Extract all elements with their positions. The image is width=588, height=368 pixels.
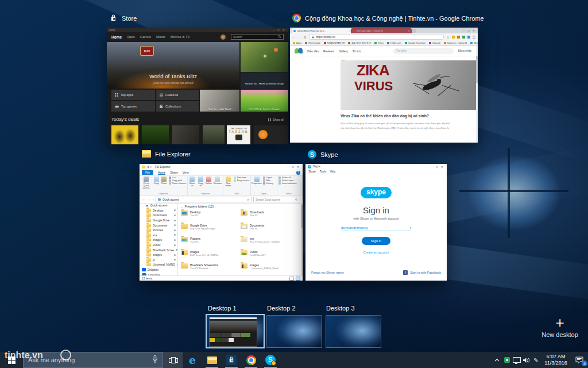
fe-tab-home[interactable]: Home [158, 171, 165, 175]
forward-icon[interactable]: → [147, 198, 150, 201]
move-to-button[interactable]: Move to [189, 177, 196, 187]
folder-item-bluestack[interactable]: BlueStack ScreenshotThis PC\Desktop [181, 262, 241, 275]
tinhte-login-link[interactable]: Đăng nhập [458, 49, 471, 52]
paste-shortcut-button[interactable]: Paste shortcut [169, 182, 186, 185]
sidebar-item-documents[interactable]: Documents [140, 223, 177, 228]
bookmark-item[interactable]: T.Gile.com [387, 41, 401, 44]
folder-item-images[interactable]: imagesDVD Drive (D:) UL..NMNG [181, 249, 241, 262]
desktop-2-label[interactable]: Desktop 2 [267, 305, 296, 312]
folder-item-images-2[interactable]: images...\Universal_NMNG_Wind... [241, 262, 300, 275]
store-collections-button[interactable]: Collections [156, 101, 199, 112]
action-center-button[interactable]: 4 [571, 352, 588, 368]
menu-tools[interactable]: Tools [320, 170, 326, 173]
skype-forgot-link[interactable]: Forgot my Skype name [311, 271, 344, 274]
network-icon[interactable] [512, 352, 521, 368]
skype-window-controls[interactable]: – □ ✕ [431, 165, 444, 168]
taskbar-search-box[interactable]: Ask me anything [23, 352, 163, 368]
paste-button[interactable]: Paste [161, 177, 167, 185]
extension-icon[interactable] [462, 36, 465, 39]
open-button[interactable]: Open [263, 177, 273, 179]
tinhte-nav-news[interactable]: Tin tức [353, 49, 361, 53]
desktop-3-label[interactable]: Desktop 3 [326, 305, 355, 312]
taskbar-store[interactable] [222, 352, 241, 368]
sidebar-item-images-2[interactable]: images [140, 252, 177, 258]
desktop-3-thumbnail[interactable] [326, 315, 381, 348]
sidebar-item-universal[interactable]: Universal_NMNG [140, 262, 177, 267]
folder-item-downloads[interactable]: DownloadsThis PC [241, 209, 300, 223]
folder-item-xxx[interactable]: xxxThis PC\Documen...\GitHub [241, 236, 300, 249]
pin-to-quick-access-button[interactable]: Pin to Quick access [141, 177, 152, 190]
tinhte-nav-forum[interactable]: Diễn đàn [307, 49, 319, 53]
sidebar-item-downloads[interactable]: Downloads [140, 213, 177, 218]
store-side-tile-art[interactable] [241, 42, 288, 72]
store-promo-farmville[interactable]: FarmVille 2: Country Escape [241, 90, 288, 112]
store-search-box[interactable]: Search [231, 34, 284, 40]
copy-to-button[interactable]: Copy to [198, 177, 204, 187]
tinhte-nav-gallery[interactable]: Gallery [339, 49, 348, 53]
taskbar-skype[interactable]: S [261, 352, 280, 368]
bookmark-item[interactable]: BAI GIOI SUITS (T [348, 41, 371, 44]
folder-item-public[interactable]: Public\\sg999box557 [241, 249, 300, 262]
sidebar-item-images[interactable]: images [140, 237, 177, 243]
tinhte-logo[interactable] [295, 48, 303, 54]
bookmark-item[interactable]: Bluetooth [470, 41, 478, 44]
folder-item-documents[interactable]: DocumentsThis PC [241, 223, 300, 236]
taskview-label-store[interactable]: Store [109, 14, 137, 22]
bookmark-item[interactable]: Tekia [374, 41, 383, 44]
bookmark-item[interactable]: NHAN NHAN NH [324, 41, 345, 44]
reload-icon[interactable]: ⟳ [304, 35, 307, 39]
sidebar-item-xxx[interactable]: xxx [140, 233, 177, 238]
store-avatar[interactable] [220, 34, 226, 40]
sidebar-item-dropbox[interactable]: Dropbox [140, 267, 177, 273]
desktop-1-thumbnail[interactable] [206, 314, 265, 348]
taskbar-chrome[interactable] [241, 352, 261, 368]
easy-access-button[interactable]: Easy access [234, 179, 249, 182]
store-top-apps-button[interactable]: Top apps [111, 90, 155, 100]
chrome-window-controls[interactable]: – □ ✕ [463, 29, 476, 32]
sidebar-item-bluestack[interactable]: BlueStack Scree [140, 247, 177, 252]
bookmark-item[interactable]: Apps [293, 41, 301, 44]
skype-facebook-signin[interactable]: f Sign in with Facebook [403, 270, 441, 275]
store-nav-movies[interactable]: Movies & TV [171, 35, 190, 39]
tinhte-nav-reviews[interactable]: Reviews [323, 49, 334, 53]
copy-button[interactable]: Copy [153, 177, 159, 185]
up-icon[interactable]: ↑ [152, 198, 154, 201]
zika-article-image[interactable]: ZIKA VIRUS [341, 60, 477, 110]
chrome-address-bar[interactable]: https://tinhte.vn [309, 34, 444, 40]
chevron-down-icon[interactable]: ▾ [409, 226, 411, 229]
new-folder-button[interactable]: New folder [225, 177, 232, 187]
extension-icon[interactable] [457, 36, 460, 39]
taskbar-file-explorer[interactable] [202, 352, 222, 368]
extension-icon[interactable] [452, 36, 455, 39]
taskview-label-explorer[interactable]: File Explorer [142, 150, 191, 158]
details-view-icon[interactable] [289, 277, 294, 281]
store-window[interactable]: Store – □ ✕ Home Apps Games Music Movies… [107, 28, 288, 144]
store-top-games-button[interactable]: Top games [111, 101, 155, 112]
extension-icon[interactable] [467, 36, 470, 39]
store-window-controls[interactable]: – □ ✕ [273, 28, 286, 32]
sidebar-item-public[interactable]: Public [140, 243, 177, 248]
invert-selection-button[interactable]: Invert selection [278, 182, 297, 185]
fe-tab-share[interactable]: Share [170, 171, 177, 174]
new-desktop-button[interactable]: + New desktop [534, 315, 586, 347]
sidebar-item-google-drive[interactable]: Google Drive [140, 218, 177, 223]
article-heading[interactable]: Virus Zika có thể khiến cho đàn ông bị v… [341, 114, 429, 118]
taskbar-clock[interactable]: 5:07 AM 11/3/2016 [541, 354, 571, 366]
folder-item-desktop[interactable]: DesktopThis PC [181, 209, 241, 223]
fe-tab-view[interactable]: View [183, 171, 189, 174]
pen-icon[interactable]: ✎ [531, 352, 541, 368]
volume-icon[interactable] [521, 352, 531, 368]
menu-skype[interactable]: Skype [308, 170, 316, 173]
chrome-window[interactable]: Cộng đồng Khoa học & C... ✕ Trên tay vid… [290, 28, 478, 143]
store-deal-tile-1[interactable] [111, 125, 138, 144]
tab-close-icon[interactable]: ✕ [408, 29, 410, 32]
tinhte-search-box[interactable]: Tìm kiếm [393, 48, 454, 54]
properties-button[interactable]: Properties [252, 177, 261, 185]
microphone-icon[interactable] [152, 355, 158, 365]
history-button[interactable]: History [263, 182, 273, 185]
skype-create-account-link[interactable]: Create an account [305, 251, 447, 254]
store-hero-banner[interactable]: BLITZ World of Tanks Blitz Quick-fire ta… [107, 42, 239, 89]
chrome-menu-icon[interactable]: ☰ [473, 35, 475, 39]
fe-view-toggles[interactable] [289, 277, 300, 281]
start-button[interactable] [0, 352, 23, 368]
